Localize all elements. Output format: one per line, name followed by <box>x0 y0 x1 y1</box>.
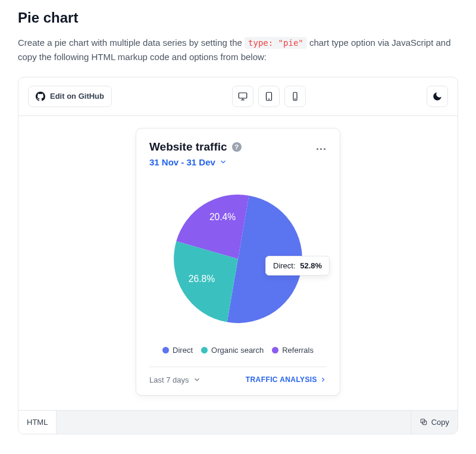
timeframe-selector[interactable]: Last 7 days <box>149 375 201 384</box>
card-more-button[interactable]: ... <box>316 140 327 153</box>
copy-button[interactable]: Copy <box>411 411 458 434</box>
device-switcher <box>232 86 306 107</box>
chevron-down-icon <box>219 158 227 166</box>
legend-label: Referrals <box>282 346 314 355</box>
svg-rect-0 <box>239 93 248 98</box>
page-heading: Pie chart <box>18 10 458 26</box>
example-stage: Website traffic ? 31 Nov - 31 Dev ... <box>18 116 458 410</box>
legend-swatch <box>201 347 208 353</box>
tooltip-label: Direct: <box>273 261 296 270</box>
legend-swatch <box>272 347 278 353</box>
desktop-view-button[interactable] <box>232 86 253 107</box>
card-title: Website traffic ? <box>149 140 242 154</box>
legend-item-organic[interactable]: Organic search <box>201 346 264 355</box>
legend-item-direct[interactable]: Direct <box>162 346 193 355</box>
tooltip-value: 52.8% <box>300 261 322 270</box>
legend-swatch <box>162 347 169 353</box>
example-toolbar: Edit on GitHub <box>18 77 458 116</box>
page-intro: Create a pie chart with multiple data se… <box>18 36 458 64</box>
traffic-analysis-label: TRAFFIC ANALYSIS <box>246 375 317 384</box>
help-icon[interactable]: ? <box>232 142 242 152</box>
chart-card: Website traffic ? 31 Nov - 31 Dev ... <box>136 128 340 396</box>
code-tab-html[interactable]: HTML <box>18 411 57 434</box>
legend-item-referrals[interactable]: Referrals <box>272 346 314 355</box>
svg-point-2 <box>269 99 270 99</box>
chevron-down-icon <box>193 375 201 384</box>
intro-text-before: Create a pie chart with multiple data se… <box>18 37 245 48</box>
chart-tooltip: Direct: 52.8% <box>265 256 330 275</box>
tablet-icon <box>264 91 274 102</box>
edit-on-github-label: Edit on GitHub <box>50 92 104 101</box>
github-icon <box>36 92 45 101</box>
legend-label: Direct <box>173 346 193 355</box>
slice-label-referrals: 20.4% <box>209 212 236 222</box>
desktop-icon <box>237 91 248 102</box>
svg-point-4 <box>295 99 296 99</box>
code-bar: HTML Copy <box>18 410 458 434</box>
traffic-analysis-link[interactable]: TRAFFIC ANALYSIS <box>246 375 327 384</box>
moon-icon <box>432 91 443 102</box>
chart-legend: Direct Organic search Referrals <box>149 346 327 355</box>
dark-mode-button[interactable] <box>427 86 448 107</box>
legend-label: Organic search <box>211 346 264 355</box>
copy-label: Copy <box>431 418 449 427</box>
slice-label-organic: 26.8% <box>189 274 215 284</box>
card-divider <box>149 367 327 367</box>
copy-icon <box>419 418 428 426</box>
mobile-icon <box>290 91 300 102</box>
timeframe-label: Last 7 days <box>149 375 189 384</box>
date-range-selector[interactable]: 31 Nov - 31 Dev <box>149 157 242 167</box>
example-panel: Edit on GitHub Website traffic ? <box>18 77 458 434</box>
date-range-label: 31 Nov - 31 Dev <box>149 157 215 167</box>
intro-code: type: "pie" <box>245 37 307 49</box>
tablet-view-button[interactable] <box>258 86 280 107</box>
mobile-view-button[interactable] <box>284 86 306 107</box>
pie-chart: 20.4% 26.8% Direct: 52.8% <box>149 176 327 342</box>
chevron-right-icon <box>320 376 327 383</box>
card-title-text: Website traffic <box>149 140 227 154</box>
edit-on-github-button[interactable]: Edit on GitHub <box>28 86 112 107</box>
